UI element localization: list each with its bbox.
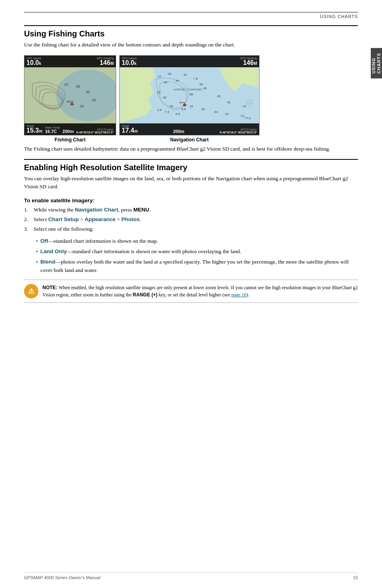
satellite-intro: You can overlay high-resolution satellit… [24, 175, 358, 191]
svg-text:45: 45 [217, 95, 221, 98]
fishing-depth: Depth 15.3m [26, 125, 42, 134]
topo-svg: 38 30 25 15 10 Blind [24, 68, 116, 123]
fishing-water-temp: Water Temp 16.7C [45, 126, 60, 134]
footer-manual-title: GPSMAP 4000 Series Owner's Manual [24, 575, 101, 580]
svg-text:0.1: 0.1 [241, 115, 245, 117]
option-blend: • Blend—photos overlay both the water an… [36, 258, 358, 275]
footer-page-num: 15 [353, 575, 358, 580]
fishing-gps-position: GPS Position N 48°25'15.4" W122°56'27.9" [76, 128, 114, 134]
svg-text:25: 25 [170, 105, 173, 108]
fishing-gps-speed-value: 10.0k [26, 60, 41, 66]
nav-depth: Depth 17.4m [122, 125, 138, 134]
page-10-link[interactable]: page 10 [231, 292, 247, 298]
svg-text:Ferry: Ferry [245, 117, 251, 120]
svg-text:33: 33 [163, 96, 167, 99]
fishing-chart-caption: Fishing Chart [54, 137, 85, 143]
svg-text:20: 20 [201, 108, 205, 111]
navigation-chart-image: GPS Speed 10.0k GPS Heading 146M [119, 55, 259, 135]
fishing-gps-speed: GPS Speed 10.0k [26, 57, 41, 66]
side-tab-text: USINGCHARTS [371, 53, 382, 74]
svg-text:42: 42 [164, 81, 167, 85]
svg-text:44: 44 [176, 79, 179, 83]
appearance-link: Appearance [84, 216, 115, 222]
chart-setup-link: Chart Setup [48, 216, 79, 222]
svg-text:15: 15 [80, 104, 84, 108]
svg-text:6n: 6n [214, 111, 218, 114]
step-3: 3. Select one of the following: [24, 225, 358, 234]
note-icon: ⚠ [24, 284, 38, 298]
svg-text:40: 40 [203, 87, 207, 90]
navigation-chart-top-bar: GPS Speed 10.0k GPS Heading 146M [120, 56, 259, 67]
svg-text:0.5: 0.5 [176, 113, 181, 116]
step-2: 2. Select Chart Setup > Appearance > Pho… [24, 215, 358, 224]
fishing-chart-bottom-bar: Depth 15.3m Water Temp 16.7C 200m GPS Po… [24, 123, 116, 135]
option-off-desc: —standard chart information is shown on … [48, 238, 158, 244]
option-off: • Off—standard chart information is show… [36, 237, 358, 246]
nav-gps-position: GPS Position N 48°35'16.3" W122°56'27.9" [220, 128, 257, 134]
options-list: • Off—standard chart information is show… [36, 237, 358, 275]
svg-text:10: 10 [64, 83, 68, 87]
nav-gps-speed: GPS Speed 10.0k [122, 57, 137, 66]
nav-range: 200m [173, 129, 184, 134]
svg-text:22: 22 [157, 91, 161, 94]
nav-gps-heading: GPS Heading 146M [240, 57, 257, 66]
option-blend-desc: —photos overlay both the water and the l… [40, 259, 349, 273]
svg-text:38: 38 [189, 93, 193, 96]
option-off-term: Off [40, 238, 48, 244]
svg-text:33: 33 [168, 72, 171, 76]
svg-text:19: 19 [189, 105, 193, 108]
svg-text:Blind: Blind [179, 101, 185, 104]
header-title: Using Charts [320, 14, 358, 19]
fishing-gps-heading-value: 146M [97, 60, 114, 66]
svg-text:8.9: 8.9 [181, 108, 186, 111]
satellite-heading: Enabling High Resolution Satellite Image… [24, 159, 358, 172]
charts-container: GPS Speed 10.0k GPS Heading 146M [24, 55, 358, 143]
fishing-chart-top-bar: GPS Speed 10.0k GPS Heading 146M [24, 56, 116, 67]
fishing-charts-intro: Use the fishing chart for a detailed vie… [24, 41, 358, 49]
navigation-chart-wrap: GPS Speed 10.0k GPS Heading 146M [119, 55, 259, 143]
svg-text:25: 25 [92, 99, 96, 103]
svg-text:27: 27 [158, 75, 161, 79]
option-land-only-desc: —standard chart information is shown on … [67, 248, 241, 254]
step-1: 1. While viewing the Navigation Chart, p… [24, 206, 358, 214]
photos-link: Photos [121, 216, 140, 222]
svg-text:HARNEY CHANNEL: HARNEY CHANNEL [174, 88, 203, 91]
page-header: Using Charts [24, 12, 358, 19]
section-satellite: Enabling High Resolution Satellite Image… [24, 159, 358, 303]
section-fishing-charts: Using Fishing Charts Use the fishing cha… [24, 25, 358, 153]
steps-list: 1. While viewing the Navigation Chart, p… [24, 206, 358, 234]
navigation-chart-bottom-bar: Depth 17.4m 200m GPS Position N 48°35'16… [120, 123, 259, 135]
option-land-only: • Land Only—standard chart information i… [36, 248, 358, 256]
option-land-only-term: Land Only [40, 248, 67, 254]
fishing-gps-heading: GPS Heading 146M [97, 57, 114, 66]
svg-text:13: 13 [183, 73, 187, 77]
note-text-content: NOTE: When enabled, the high resolution … [42, 284, 358, 298]
nav-svg: HARNEY CHANNEL 27 33 13 7.8 42 44 33 22 … [120, 68, 259, 123]
page: Using Charts USINGCHARTS Using Fishing C… [0, 0, 382, 588]
svg-text:33: 33 [199, 83, 203, 87]
page-footer: GPSMAP 4000 Series Owner's Manual 15 [24, 572, 358, 580]
navigation-chart-caption: Navigation Chart [170, 137, 209, 143]
fishing-charts-body: The Fishing chart uses detailed bathymet… [24, 145, 358, 153]
fishing-chart-image: GPS Speed 10.0k GPS Heading 146M [24, 55, 116, 135]
nav-chart-link: Navigation Chart [75, 207, 118, 213]
svg-text:14: 14 [225, 113, 229, 116]
satellite-subsection-heading: To enable satellite imagery: [24, 197, 358, 203]
option-blend-term: Blend [40, 259, 56, 265]
svg-text:22: 22 [243, 105, 246, 108]
svg-text:42: 42 [227, 101, 231, 104]
svg-text:7.8: 7.8 [193, 77, 198, 81]
svg-text:1.8: 1.8 [157, 109, 162, 112]
svg-text:Blind: Blind [67, 100, 73, 103]
svg-text:38: 38 [76, 85, 80, 89]
side-tab: USINGCHARTS [371, 48, 382, 79]
note-box: ⚠ NOTE: When enabled, the high resolutio… [24, 280, 358, 303]
fishing-range: 200m [62, 129, 74, 134]
svg-text:7.2: 7.2 [165, 111, 169, 114]
fishing-charts-heading: Using Fishing Charts [24, 25, 358, 38]
svg-text:30: 30 [86, 91, 90, 95]
fishing-chart-wrap: GPS Speed 10.0k GPS Heading 146M [24, 55, 116, 143]
